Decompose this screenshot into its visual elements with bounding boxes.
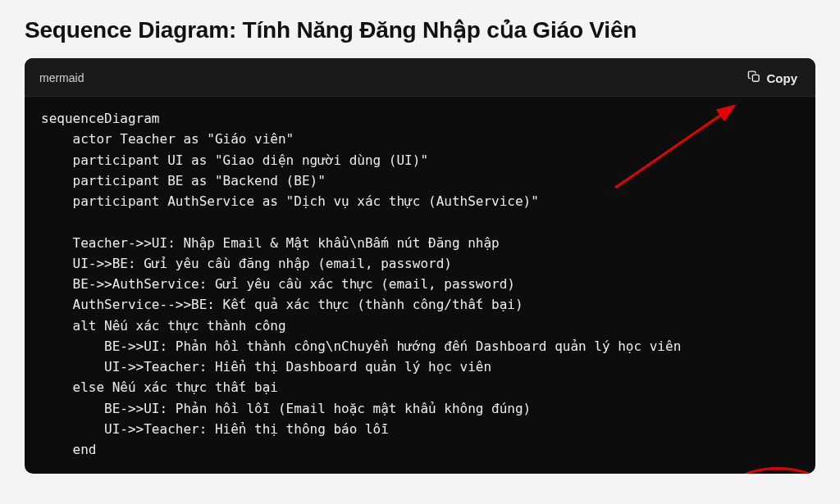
copy-button-label: Copy [767, 71, 798, 85]
svg-rect-0 [752, 75, 759, 81]
copy-button[interactable]: Copy [744, 68, 801, 88]
language-label: mermaid [39, 71, 84, 84]
page-title: Sequence Diagram: Tính Năng Đăng Nhập củ… [25, 0, 815, 58]
code-header: mermaid Copy [25, 58, 815, 97]
code-content[interactable]: sequenceDiagram actor Teacher as "Giáo v… [25, 97, 815, 474]
code-block: mermaid Copy sequenceDiagram actor Teach… [25, 58, 815, 474]
copy-icon [747, 70, 761, 86]
